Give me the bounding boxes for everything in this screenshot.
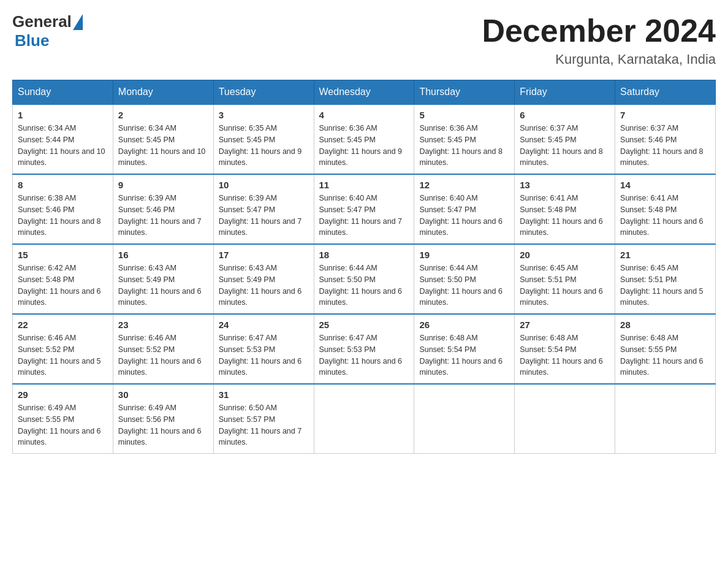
day-number: 20 xyxy=(520,250,610,260)
day-number: 5 xyxy=(419,110,509,120)
calendar-cell: 26 Sunrise: 6:48 AM Sunset: 5:54 PM Dayl… xyxy=(414,314,515,384)
weekday-header-saturday: Saturday xyxy=(615,80,716,105)
day-info: Sunrise: 6:37 AM Sunset: 5:45 PM Dayligh… xyxy=(520,123,610,169)
day-info: Sunrise: 6:41 AM Sunset: 5:48 PM Dayligh… xyxy=(620,193,710,239)
day-number: 26 xyxy=(419,320,509,330)
calendar-cell: 19 Sunrise: 6:44 AM Sunset: 5:50 PM Dayl… xyxy=(414,244,515,314)
calendar-table: SundayMondayTuesdayWednesdayThursdayFrid… xyxy=(12,80,716,454)
logo: General Blue xyxy=(12,12,83,50)
logo-triangle-icon xyxy=(73,14,83,30)
calendar-cell: 29 Sunrise: 6:49 AM Sunset: 5:55 PM Dayl… xyxy=(13,384,113,454)
calendar-header: SundayMondayTuesdayWednesdayThursdayFrid… xyxy=(13,80,716,105)
day-number: 30 xyxy=(118,389,208,400)
day-number: 28 xyxy=(620,320,710,330)
day-info: Sunrise: 6:34 AM Sunset: 5:45 PM Dayligh… xyxy=(118,123,208,169)
calendar-cell: 24 Sunrise: 6:47 AM Sunset: 5:53 PM Dayl… xyxy=(213,314,314,384)
day-info: Sunrise: 6:48 AM Sunset: 5:54 PM Dayligh… xyxy=(419,332,509,378)
calendar-cell: 13 Sunrise: 6:41 AM Sunset: 5:48 PM Dayl… xyxy=(515,174,615,244)
day-number: 7 xyxy=(620,110,710,120)
calendar-cell: 10 Sunrise: 6:39 AM Sunset: 5:47 PM Dayl… xyxy=(213,174,314,244)
day-info: Sunrise: 6:48 AM Sunset: 5:55 PM Dayligh… xyxy=(620,332,710,378)
calendar-cell: 31 Sunrise: 6:50 AM Sunset: 5:57 PM Dayl… xyxy=(213,384,314,454)
day-number: 1 xyxy=(18,110,108,120)
day-number: 9 xyxy=(118,180,208,190)
weekday-header-monday: Monday xyxy=(113,80,213,105)
day-number: 27 xyxy=(520,320,610,330)
day-number: 18 xyxy=(319,250,409,260)
calendar-cell: 3 Sunrise: 6:35 AM Sunset: 5:45 PM Dayli… xyxy=(213,104,314,174)
day-info: Sunrise: 6:40 AM Sunset: 5:47 PM Dayligh… xyxy=(319,193,409,239)
day-info: Sunrise: 6:34 AM Sunset: 5:44 PM Dayligh… xyxy=(18,123,108,169)
day-number: 10 xyxy=(219,180,309,190)
calendar-week-row: 29 Sunrise: 6:49 AM Sunset: 5:55 PM Dayl… xyxy=(13,384,716,454)
calendar-cell: 25 Sunrise: 6:47 AM Sunset: 5:53 PM Dayl… xyxy=(314,314,414,384)
day-info: Sunrise: 6:49 AM Sunset: 5:56 PM Dayligh… xyxy=(118,402,208,448)
day-number: 12 xyxy=(419,180,509,190)
day-number: 17 xyxy=(219,250,309,260)
day-info: Sunrise: 6:43 AM Sunset: 5:49 PM Dayligh… xyxy=(118,262,208,308)
day-info: Sunrise: 6:50 AM Sunset: 5:57 PM Dayligh… xyxy=(219,402,309,448)
calendar-week-row: 8 Sunrise: 6:38 AM Sunset: 5:46 PM Dayli… xyxy=(13,174,716,244)
calendar-cell: 17 Sunrise: 6:43 AM Sunset: 5:49 PM Dayl… xyxy=(213,244,314,314)
calendar-cell xyxy=(515,384,615,454)
day-number: 29 xyxy=(18,389,108,400)
day-info: Sunrise: 6:47 AM Sunset: 5:53 PM Dayligh… xyxy=(219,332,309,378)
day-number: 3 xyxy=(219,110,309,120)
calendar-week-row: 15 Sunrise: 6:42 AM Sunset: 5:48 PM Dayl… xyxy=(13,244,716,314)
day-number: 2 xyxy=(118,110,208,120)
day-info: Sunrise: 6:43 AM Sunset: 5:49 PM Dayligh… xyxy=(219,262,309,308)
day-number: 14 xyxy=(620,180,710,190)
day-number: 13 xyxy=(520,180,610,190)
calendar-subtitle: Kurgunta, Karnataka, India xyxy=(482,52,716,67)
calendar-cell: 1 Sunrise: 6:34 AM Sunset: 5:44 PM Dayli… xyxy=(13,104,113,174)
day-number: 15 xyxy=(18,250,108,260)
calendar-cell: 9 Sunrise: 6:39 AM Sunset: 5:46 PM Dayli… xyxy=(113,174,213,244)
logo-general-text: General xyxy=(12,12,72,31)
calendar-cell: 2 Sunrise: 6:34 AM Sunset: 5:45 PM Dayli… xyxy=(113,104,213,174)
calendar-cell: 12 Sunrise: 6:40 AM Sunset: 5:47 PM Dayl… xyxy=(414,174,515,244)
calendar-cell: 30 Sunrise: 6:49 AM Sunset: 5:56 PM Dayl… xyxy=(113,384,213,454)
day-number: 16 xyxy=(118,250,208,260)
day-info: Sunrise: 6:41 AM Sunset: 5:48 PM Dayligh… xyxy=(520,193,610,239)
calendar-cell: 5 Sunrise: 6:36 AM Sunset: 5:45 PM Dayli… xyxy=(414,104,515,174)
calendar-cell: 23 Sunrise: 6:46 AM Sunset: 5:52 PM Dayl… xyxy=(113,314,213,384)
calendar-cell: 15 Sunrise: 6:42 AM Sunset: 5:48 PM Dayl… xyxy=(13,244,113,314)
page-header: General Blue December 2024 Kurgunta, Kar… xyxy=(12,12,716,67)
calendar-body: 1 Sunrise: 6:34 AM Sunset: 5:44 PM Dayli… xyxy=(13,104,716,454)
calendar-week-row: 1 Sunrise: 6:34 AM Sunset: 5:44 PM Dayli… xyxy=(13,104,716,174)
day-number: 24 xyxy=(219,320,309,330)
calendar-cell: 16 Sunrise: 6:43 AM Sunset: 5:49 PM Dayl… xyxy=(113,244,213,314)
day-info: Sunrise: 6:40 AM Sunset: 5:47 PM Dayligh… xyxy=(419,193,509,239)
day-info: Sunrise: 6:46 AM Sunset: 5:52 PM Dayligh… xyxy=(118,332,208,378)
day-number: 4 xyxy=(319,110,409,120)
day-number: 11 xyxy=(319,180,409,190)
day-info: Sunrise: 6:48 AM Sunset: 5:54 PM Dayligh… xyxy=(520,332,610,378)
calendar-cell: 4 Sunrise: 6:36 AM Sunset: 5:45 PM Dayli… xyxy=(314,104,414,174)
calendar-week-row: 22 Sunrise: 6:46 AM Sunset: 5:52 PM Dayl… xyxy=(13,314,716,384)
weekday-header-row: SundayMondayTuesdayWednesdayThursdayFrid… xyxy=(13,80,716,105)
calendar-cell: 18 Sunrise: 6:44 AM Sunset: 5:50 PM Dayl… xyxy=(314,244,414,314)
day-number: 23 xyxy=(118,320,208,330)
calendar-cell: 6 Sunrise: 6:37 AM Sunset: 5:45 PM Dayli… xyxy=(515,104,615,174)
day-info: Sunrise: 6:38 AM Sunset: 5:46 PM Dayligh… xyxy=(18,193,108,239)
day-info: Sunrise: 6:39 AM Sunset: 5:46 PM Dayligh… xyxy=(118,193,208,239)
day-number: 21 xyxy=(620,250,710,260)
calendar-cell: 7 Sunrise: 6:37 AM Sunset: 5:46 PM Dayli… xyxy=(615,104,716,174)
logo-blue-text: Blue xyxy=(15,31,49,50)
day-number: 8 xyxy=(18,180,108,190)
day-info: Sunrise: 6:46 AM Sunset: 5:52 PM Dayligh… xyxy=(18,332,108,378)
calendar-cell: 27 Sunrise: 6:48 AM Sunset: 5:54 PM Dayl… xyxy=(515,314,615,384)
day-info: Sunrise: 6:39 AM Sunset: 5:47 PM Dayligh… xyxy=(219,193,309,239)
calendar-title: December 2024 xyxy=(482,12,716,49)
weekday-header-thursday: Thursday xyxy=(414,80,515,105)
day-info: Sunrise: 6:36 AM Sunset: 5:45 PM Dayligh… xyxy=(419,123,509,169)
calendar-cell: 21 Sunrise: 6:45 AM Sunset: 5:51 PM Dayl… xyxy=(615,244,716,314)
calendar-cell xyxy=(314,384,414,454)
calendar-cell: 20 Sunrise: 6:45 AM Sunset: 5:51 PM Dayl… xyxy=(515,244,615,314)
day-number: 6 xyxy=(520,110,610,120)
day-number: 31 xyxy=(219,389,309,400)
day-number: 25 xyxy=(319,320,409,330)
calendar-cell: 8 Sunrise: 6:38 AM Sunset: 5:46 PM Dayli… xyxy=(13,174,113,244)
calendar-cell: 14 Sunrise: 6:41 AM Sunset: 5:48 PM Dayl… xyxy=(615,174,716,244)
day-info: Sunrise: 6:49 AM Sunset: 5:55 PM Dayligh… xyxy=(18,402,108,448)
